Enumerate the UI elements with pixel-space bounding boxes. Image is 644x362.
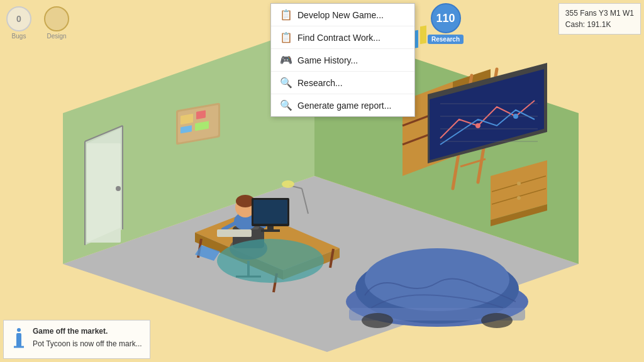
svg-point-56 [517, 182, 521, 185]
research-icon: 🔍 [280, 77, 291, 89]
contract-icon: 📋 [280, 31, 291, 43]
research-button-group[interactable]: 110 Research [428, 3, 464, 44]
design-value [44, 6, 69, 31]
svg-rect-35 [261, 229, 280, 232]
svg-rect-33 [253, 200, 287, 224]
svg-point-65 [513, 114, 518, 119]
history-icon: 🎮 [280, 54, 291, 66]
svg-point-64 [475, 123, 480, 128]
research-circle[interactable]: 110 [431, 3, 461, 33]
svg-point-76 [481, 313, 513, 328]
game-scene: 0 Bugs Design 110 Research 355 Fans Y3 M… [0, 0, 644, 362]
svg-rect-79 [17, 328, 21, 332]
cash-line: Cash: 191.1K [565, 19, 634, 30]
bugs-value: 0 [6, 6, 31, 31]
research-label-item: Research... [297, 78, 343, 88]
develop-icon: 📋 [280, 9, 291, 21]
history-label: Game History... [297, 55, 358, 65]
stats-panel: 355 Fans Y3 M1 W1 Cash: 191.1K [558, 3, 641, 35]
bugs-label: Bugs [12, 33, 26, 40]
svg-rect-80 [16, 333, 21, 347]
context-menu: 📋 Develop New Game... 📋 Find Contract Wo… [270, 3, 415, 117]
research-label: Research [428, 35, 464, 44]
report-icon: 🔍 [280, 99, 291, 111]
info-icon-svg [11, 327, 26, 349]
menu-item-research[interactable]: 🔍 Research... [271, 72, 414, 94]
indicators: 0 Bugs Design [6, 3, 69, 40]
report-label: Generate game report... [297, 101, 391, 111]
bugs-indicator: 0 Bugs [6, 6, 31, 40]
fans-date: 355 Fans Y3 M1 W1 [565, 8, 634, 19]
menu-item-contract[interactable]: 📋 Find Contract Work... [271, 26, 414, 49]
svg-point-57 [517, 196, 521, 200]
design-indicator: Design [44, 6, 69, 40]
notification-icon [11, 327, 26, 353]
cash-label: Cash: [565, 20, 585, 29]
cash-value: 191.1K [587, 20, 611, 29]
menu-item-report[interactable]: 🔍 Generate game report... [271, 94, 414, 116]
svg-point-69 [217, 239, 324, 283]
design-label: Design [47, 33, 66, 40]
svg-point-73 [365, 248, 509, 311]
fans-value: 355 Fans [565, 9, 597, 18]
menu-item-history[interactable]: 🎮 Game History... [271, 49, 414, 72]
develop-label: Develop New Game... [297, 10, 384, 20]
date-value: Y3 M1 W1 [599, 9, 634, 18]
svg-rect-36 [217, 229, 252, 237]
svg-point-68 [282, 180, 294, 188]
svg-point-75 [362, 313, 393, 328]
notification-title: Game off the market. [33, 326, 142, 337]
notification-panel: Game off the market. Pot Tycoon is now o… [3, 320, 150, 359]
menu-item-develop[interactable]: 📋 Develop New Game... [271, 4, 414, 26]
svg-marker-5 [87, 128, 121, 243]
svg-point-9 [116, 186, 121, 191]
notification-body: Pot Tycoon is now off the mark... [33, 338, 142, 349]
contract-label: Find Contract Work... [297, 33, 380, 43]
notification-text: Game off the market. Pot Tycoon is now o… [33, 326, 142, 349]
